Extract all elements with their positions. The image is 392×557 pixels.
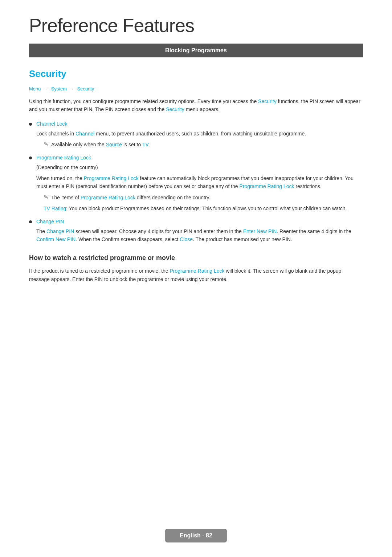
breadcrumb-menu[interactable]: Menu <box>29 86 41 92</box>
bullet-dot <box>29 123 32 126</box>
subsection-title: How to watch a restricted programme or m… <box>29 254 363 262</box>
tv-rating-link[interactable]: TV Rating <box>44 206 66 211</box>
footer: English - 82 <box>0 529 392 542</box>
list-item: Programme Rating Lock (Depending on the … <box>29 155 363 213</box>
list-item: Change PIN The Change PIN screen will ap… <box>29 219 363 244</box>
prl-link-2[interactable]: Programme Rating Lock <box>240 183 294 189</box>
intro-link-security-2[interactable]: Security <box>166 106 184 112</box>
page-title: Preference Features <box>29 15 363 36</box>
page-wrapper: Preference Features Blocking Programmes … <box>0 0 392 317</box>
bullet-list: Channel Lock Lock channels in Channel me… <box>29 121 363 244</box>
close-link[interactable]: Close <box>180 236 193 242</box>
change-pin-link[interactable]: Change PIN <box>36 219 64 224</box>
change-pin-link-2[interactable]: Change PIN <box>46 228 74 234</box>
note-icon: ✎ <box>44 141 48 147</box>
prl-link-3[interactable]: Programme Rating Lock <box>81 195 135 200</box>
prl-link-1[interactable]: Programme Rating Lock <box>84 175 139 181</box>
breadcrumb-arrow-1: → <box>44 86 48 92</box>
note-icon-2: ✎ <box>44 194 48 200</box>
tv-rating-text: TV Rating: You can block product Program… <box>44 204 363 212</box>
footer-badge: English - 82 <box>165 529 227 542</box>
intro-link-security-1[interactable]: Security <box>258 98 277 104</box>
breadcrumb-system[interactable]: System <box>51 86 67 92</box>
breadcrumb-security[interactable]: Security <box>77 86 94 92</box>
bullet-item-label-pin: Change PIN <box>29 219 363 224</box>
note-line-channel: ✎ Available only when the Source is set … <box>44 141 363 149</box>
section-header: Blocking Programmes <box>29 44 363 57</box>
source-link[interactable]: Source <box>106 142 122 147</box>
subsection-body-text: If the product is tuned to a restricted … <box>29 267 363 283</box>
prl-link-4[interactable]: Programme Rating Lock <box>170 268 225 274</box>
confirm-new-pin-link[interactable]: Confirm New PIN <box>36 236 75 242</box>
note-line-rating: ✎ The items of Programme Rating Lock dif… <box>44 194 363 202</box>
bullet-content-channel-lock: Lock channels in Channel menu, to preven… <box>36 130 363 149</box>
bullet-content-pin: The Change PIN screen will appear. Choos… <box>36 227 363 244</box>
channel-lock-link[interactable]: Channel Lock <box>36 121 68 127</box>
programme-rating-lock-link[interactable]: Programme Rating Lock <box>36 155 91 160</box>
list-item: Channel Lock Lock channels in Channel me… <box>29 121 363 149</box>
enter-new-pin-link[interactable]: Enter New PIN <box>243 228 277 234</box>
breadcrumb: Menu → System → Security <box>29 86 363 92</box>
bullet-item-label-rating: Programme Rating Lock <box>29 155 363 160</box>
channel-link[interactable]: Channel <box>75 131 94 137</box>
section-title: Security <box>29 68 363 80</box>
note-text-channel: Available only when the Source is set to… <box>51 141 150 149</box>
bullet-dot-3 <box>29 220 32 223</box>
breadcrumb-arrow-2: → <box>70 86 74 92</box>
bullet-dot-2 <box>29 156 32 159</box>
bullet-content-rating: (Depending on the country) When turned o… <box>36 163 363 213</box>
note-text-rating: The items of Programme Rating Lock diffe… <box>51 194 210 202</box>
tv-link-1[interactable]: TV <box>142 142 148 147</box>
intro-text: Using this function, you can configure p… <box>29 97 363 114</box>
bullet-item-label: Channel Lock <box>29 121 363 127</box>
